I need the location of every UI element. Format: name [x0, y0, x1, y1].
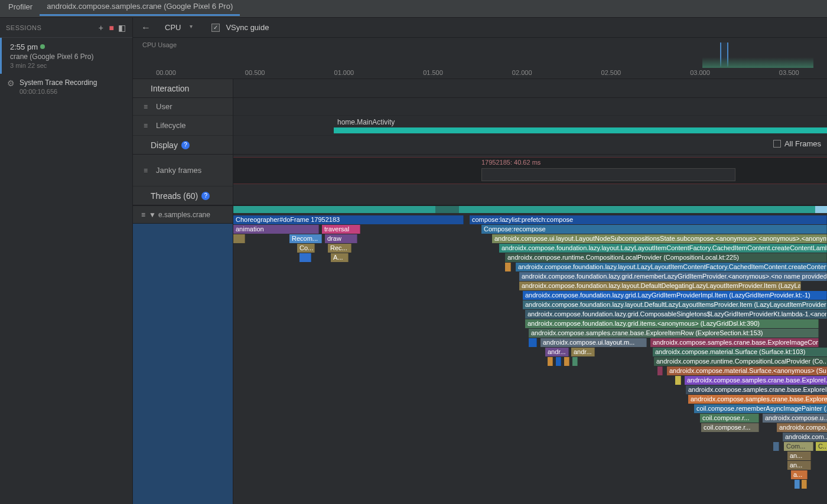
- time-ruler: 00.000 00.500 01.000 01.500 02.000 02.50…: [142, 64, 827, 76]
- flame-bar[interactable]: C...: [816, 442, 827, 451]
- flame-bar[interactable]: [572, 357, 578, 366]
- flame-bar[interactable]: androidx.compose.foundation.lazy.grid.re…: [519, 272, 827, 281]
- flame-bar[interactable]: [802, 480, 807, 489]
- janky-frame-label: 17952185: 40.62 ms: [481, 159, 541, 166]
- flame-bar[interactable]: [529, 338, 537, 347]
- flame-bar[interactable]: androidx.compose.samples.crane.base.Expl…: [529, 329, 819, 338]
- flame-bar[interactable]: androidx.compose.samples.crane.base.Expl…: [650, 338, 819, 347]
- title-bar: Profiler androidx.compose.samples.crane …: [0, 0, 827, 18]
- flame-bar[interactable]: androidx.compose.samples.crane.base.Expl…: [686, 385, 827, 394]
- lifecycle-row[interactable]: ≡Lifecycle: [133, 116, 233, 136]
- flame-bar[interactable]: androidx.compose.ui.layout.m...: [541, 338, 647, 347]
- flame-bar[interactable]: a...: [791, 470, 808, 479]
- flame-bar[interactable]: [556, 357, 561, 366]
- flame-bar[interactable]: coil.compose.r...: [700, 414, 759, 423]
- flame-bar[interactable]: androidx.compose.foundation.lazy.grid.Co…: [525, 310, 827, 319]
- flame-bar[interactable]: [548, 357, 553, 366]
- flame-bar[interactable]: androidx.compose.material.Surface (Surfa…: [653, 348, 827, 356]
- gear-icon: ⚙: [7, 78, 15, 95]
- flame-bar[interactable]: androidx.compo...: [777, 423, 827, 432]
- flame-chart[interactable]: Choreographer#doFrame 17952183 compose:l…: [233, 206, 827, 504]
- flame-bar[interactable]: androidx.compose.foundation.lazy.layout.…: [519, 282, 801, 290]
- sessions-layout-icon[interactable]: ◧: [117, 23, 128, 32]
- hamburger-icon: ≡: [144, 166, 148, 175]
- flame-bar[interactable]: [299, 253, 311, 262]
- threads-header[interactable]: Threads (60)?: [133, 186, 233, 205]
- thread-list: ≡▼e.samples.crane: [133, 206, 233, 504]
- flame-bar[interactable]: coil.compose.r...: [701, 423, 759, 432]
- activity-label: home.MainActivity: [334, 117, 398, 127]
- vsync-checkbox[interactable]: ✓: [211, 24, 220, 32]
- flame-bar[interactable]: an...: [787, 461, 811, 470]
- help-icon[interactable]: ?: [201, 192, 210, 200]
- sessions-panel: SESSIONS + ■ ◧ 2:55 pm crane (Google Pix…: [0, 18, 133, 504]
- back-icon[interactable]: ←: [139, 22, 153, 33]
- flame-bar[interactable]: andr...: [545, 348, 569, 356]
- flame-bar[interactable]: [773, 442, 779, 451]
- flame-bar[interactable]: Compose:recompose: [481, 225, 827, 234]
- flame-bar[interactable]: androidx.compose.runtime.CompositionLoca…: [654, 357, 827, 366]
- user-row[interactable]: ≡User: [133, 98, 233, 116]
- status-dot-icon: [40, 44, 45, 49]
- flame-bar[interactable]: androidx.compose.u...: [763, 414, 827, 423]
- help-icon[interactable]: ?: [181, 141, 190, 149]
- flame-bar[interactable]: [505, 263, 511, 271]
- thread-item[interactable]: ≡▼e.samples.crane: [133, 206, 233, 224]
- flame-bar[interactable]: draw: [325, 234, 357, 243]
- flame-bar[interactable]: androidx.compose.foundation.lazy.layout.…: [516, 263, 827, 271]
- add-session-icon[interactable]: +: [96, 23, 106, 32]
- hamburger-icon: ≡: [144, 103, 148, 111]
- app-tab[interactable]: androidx.compose.samples.crane (Google P…: [40, 2, 240, 16]
- session-item[interactable]: 2:55 pm crane (Google Pixel 6 Pro) 3 min…: [0, 38, 132, 74]
- flame-bar[interactable]: androidx.compose.foundation.lazy.layout.…: [499, 244, 827, 253]
- flame-bar[interactable]: Choreographer#doFrame 17952183: [233, 215, 464, 224]
- flame-bar[interactable]: A...: [331, 253, 349, 262]
- sessions-label: SESSIONS: [6, 24, 41, 31]
- content-toolbar: ← CPU ✓ VSync guide: [133, 18, 827, 38]
- flame-bar[interactable]: coil.compose.rememberAsyncImagePainter (…: [694, 404, 827, 413]
- stop-record-icon[interactable]: ■: [106, 23, 117, 32]
- vsync-label: VSync guide: [226, 23, 269, 32]
- flame-bar[interactable]: androidx.compose.foundation.lazy.layout.…: [523, 300, 827, 309]
- flame-bar[interactable]: Co...: [297, 244, 315, 253]
- flame-bar[interactable]: Recom...: [289, 234, 322, 243]
- janky-row[interactable]: ≡Janky frames: [133, 155, 233, 186]
- flame-bar[interactable]: androidx.compose.material.Surface.<anony…: [667, 366, 827, 375]
- flame-bar[interactable]: androidx.compose.runtime.CompositionLoca…: [505, 253, 827, 262]
- activity-bar[interactable]: [334, 127, 827, 133]
- flame-bar[interactable]: andr...: [571, 348, 595, 356]
- recording-item[interactable]: ⚙ System Trace Recording 00:00:10.656: [0, 74, 132, 100]
- all-frames-toggle[interactable]: All Frames: [773, 139, 821, 148]
- flame-bar[interactable]: Rec...: [328, 244, 351, 253]
- flame-bar[interactable]: animation: [233, 225, 319, 234]
- flame-bar[interactable]: androidx.compose.foundation.lazy.grid.La…: [523, 291, 827, 300]
- flame-bar[interactable]: [657, 366, 663, 375]
- display-header[interactable]: Display?: [133, 136, 233, 155]
- flame-bar[interactable]: androidx.compose.samples.crane.base.Expl…: [685, 376, 827, 385]
- flame-bar[interactable]: traversal: [322, 225, 360, 234]
- flame-bar[interactable]: [564, 357, 569, 366]
- flame-bar[interactable]: [795, 480, 800, 489]
- cpu-usage-panel[interactable]: CPU Usage 00.000 00.500 01.000 01.500 02…: [133, 38, 827, 79]
- flame-bar[interactable]: androidx.compose.ui.layout.LayoutNodeSub…: [492, 234, 827, 243]
- flame-bar[interactable]: [233, 234, 245, 243]
- hamburger-icon: ≡: [144, 122, 148, 130]
- flame-bar[interactable]: an...: [787, 451, 811, 460]
- flame-bar[interactable]: androidx.compose.foundation.lazy.grid.it…: [525, 319, 819, 328]
- cpu-usage-label: CPU Usage: [142, 41, 177, 48]
- hamburger-icon: ≡: [141, 211, 145, 219]
- flame-bar[interactable]: androidx.com...: [783, 433, 827, 441]
- flame-bar[interactable]: Com...: [784, 442, 813, 451]
- flame-bar[interactable]: [675, 376, 681, 385]
- janky-frame-box[interactable]: [481, 168, 735, 181]
- cpu-dropdown[interactable]: CPU: [159, 23, 197, 32]
- flame-bar[interactable]: compose:lazylist:prefetch:compose: [470, 215, 827, 224]
- flame-bar[interactable]: androidx.compose.samples.crane.base.Expl…: [688, 395, 827, 404]
- interaction-header[interactable]: Interaction: [133, 79, 233, 98]
- profiler-tab[interactable]: Profiler: [6, 2, 40, 15]
